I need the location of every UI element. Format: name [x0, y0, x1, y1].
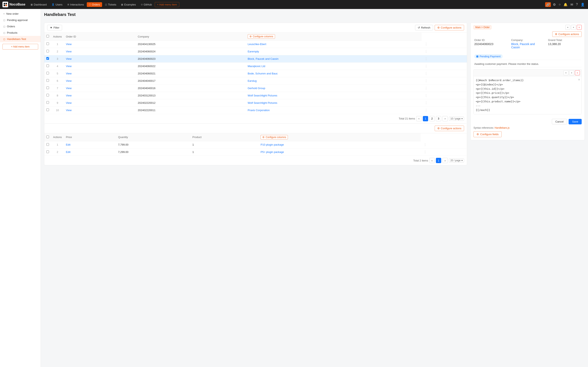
nav-plugin-icon[interactable]: 🔗 [545, 2, 551, 7]
detail-configure-actions-button[interactable]: ⚙ Configure actions [552, 31, 582, 37]
view-link[interactable]: View [66, 50, 72, 53]
hb-add-icon-1[interactable]: + [563, 70, 568, 75]
sidebar-add-menu-button[interactable]: + Add menu item [2, 44, 38, 50]
hb-close-button[interactable]: x [578, 77, 580, 82]
refresh-button[interactable]: ↺ Refresh [415, 25, 433, 30]
prev-page-button[interactable]: ‹ [416, 116, 422, 121]
nav-interactions[interactable]: ⊞ Interactions [65, 2, 86, 7]
sub-drag-handle[interactable]: ⋮ [423, 150, 428, 154]
select-all-checkbox[interactable] [46, 35, 49, 38]
product-link[interactable]: P5+ plugin package [260, 150, 284, 154]
page-3-button[interactable]: 3 [436, 116, 441, 121]
drag-handle[interactable]: ⋮ [424, 86, 429, 90]
nav-orders[interactable]: ☐ Orders [87, 2, 102, 7]
page-1-button[interactable]: 1 [423, 116, 428, 121]
drag-handle[interactable]: ⋮ [424, 57, 429, 60]
detail-menu-icon[interactable]: ≡ [577, 25, 582, 30]
sub-drag-handle[interactable]: ⋮ [423, 143, 428, 146]
nav-user-icon[interactable]: 👤 [580, 2, 586, 7]
company-link[interactable]: Block, Paucek and Cassin [248, 57, 278, 60]
row-checkbox[interactable] [46, 50, 49, 52]
row-checkbox[interactable] [46, 86, 49, 89]
row-checkbox[interactable] [46, 101, 49, 104]
nav-notification-icon[interactable]: 🔔 [563, 2, 568, 7]
view-link[interactable]: View [66, 43, 72, 46]
save-button[interactable]: Save [569, 119, 582, 124]
sidebar-item-orders[interactable]: ◻ Orders [0, 23, 41, 30]
company-link[interactable]: Macejkovic Ltd [248, 65, 265, 68]
nav-users[interactable]: 👤 Users [50, 2, 65, 7]
company-link[interactable]: Wolf Searchlight Pictures [248, 101, 277, 104]
view-link[interactable]: View [66, 94, 72, 97]
sub-configure-columns-button[interactable]: ⚙ Configure columns [260, 135, 288, 140]
sub-next-page-button[interactable]: › [442, 158, 448, 163]
company-link[interactable]: Earempty [248, 50, 259, 53]
row-checkbox[interactable] [46, 72, 49, 75]
company-link[interactable]: Gerhold Group [248, 87, 265, 90]
filter-button[interactable]: ▼ Filter [47, 25, 62, 30]
row-checkbox[interactable] [46, 42, 49, 45]
drag-handle[interactable]: ⋮ [424, 94, 429, 97]
view-link[interactable]: View [66, 87, 72, 90]
view-link[interactable]: View [66, 65, 72, 68]
hb-add-icon-2[interactable]: + [569, 70, 574, 75]
handlebars-editor[interactable]: x {{#each $nRecord.order_items}} <p>{{@i… [474, 76, 581, 114]
row-checkbox[interactable] [46, 64, 49, 67]
nav-add-menu-button[interactable]: + Add menu item [155, 2, 179, 7]
sidebar-item-products[interactable]: ◻ Products [0, 30, 41, 36]
edit-link[interactable]: Edit [66, 143, 70, 146]
drag-handle[interactable]: ⋮ [424, 42, 429, 46]
page-2-button[interactable]: 2 [429, 116, 435, 121]
sub-select-all-checkbox[interactable] [46, 136, 49, 138]
sub-row-checkbox[interactable] [46, 143, 49, 146]
view-link[interactable]: View [66, 109, 72, 112]
sub-page-1-button[interactable]: 1 [436, 158, 441, 163]
detail-add-icon-1[interactable]: + [565, 25, 570, 30]
nav-examples[interactable]: ▦ Examples [119, 2, 138, 7]
nav-tickets[interactable]: ◫ Tickets [103, 2, 118, 7]
nav-github[interactable]: ⊙ GitHub [139, 2, 154, 7]
view-link[interactable]: View [66, 79, 72, 82]
sidebar-item-handlebars-test[interactable]: ◻ Handlebars Test [0, 36, 41, 42]
sub-row-checkbox[interactable] [46, 150, 49, 153]
app-logo[interactable]: NocoBase [2, 2, 25, 7]
company-link[interactable]: Wolf Searchlight Pictures [248, 94, 277, 97]
drag-handle[interactable]: ⋮ [424, 101, 429, 105]
company-link[interactable]: Bode, Schumm and Bauc [248, 72, 278, 75]
drag-handle[interactable]: ⋮ [424, 79, 429, 83]
per-page-select[interactable]: 10 / page ▾ [449, 117, 464, 121]
nav-question-icon[interactable]: ? [575, 2, 579, 7]
row-checkbox[interactable] [46, 94, 49, 96]
next-page-button[interactable]: › [442, 116, 448, 121]
view-link[interactable]: View [66, 57, 72, 60]
product-link[interactable]: P10 plugin package [260, 143, 284, 146]
nav-mail-icon[interactable]: ✉ [570, 2, 574, 7]
company-link[interactable]: Earslug [248, 79, 257, 82]
drag-handle[interactable]: ⋮ [424, 50, 429, 53]
drag-handle[interactable]: ⋮ [424, 72, 429, 75]
nav-settings-icon[interactable]: ⚙ [552, 2, 557, 7]
company-value[interactable]: Block, Paucek and Cassin [511, 42, 544, 49]
cancel-button[interactable]: Cancel [552, 119, 567, 124]
sidebar-item-new-order[interactable]: + New order [0, 11, 41, 17]
edit-link[interactable]: Edit [66, 150, 70, 154]
nav-dashboard[interactable]: ▦ Dashboard [29, 2, 49, 7]
hb-menu-icon[interactable]: ≡ [575, 70, 580, 75]
row-checkbox[interactable] [46, 57, 49, 60]
sub-prev-page-button[interactable]: ‹ [429, 158, 435, 163]
view-link[interactable]: View [66, 72, 72, 75]
configure-columns-button[interactable]: ⚙ Configure columns [248, 34, 275, 39]
sidebar-item-pending-approval[interactable]: ◻ Pending approval [0, 17, 41, 23]
view-link[interactable]: View [66, 101, 72, 104]
drag-handle[interactable]: ⋮ [424, 108, 429, 112]
configure-actions-button[interactable]: ⚙ Configure actions [435, 25, 464, 30]
company-link[interactable]: Praxis Corporation [248, 109, 270, 112]
sub-per-page-select[interactable]: 20 / page ▾ [449, 158, 464, 162]
configure-fields-button[interactable]: ⚙ Configure fields [474, 131, 502, 137]
row-checkbox[interactable] [46, 79, 49, 82]
company-link[interactable]: Leuschke-Ebert [248, 43, 266, 46]
sub-configure-actions-button[interactable]: ⚙ Configure actions [435, 125, 464, 131]
row-checkbox[interactable] [46, 108, 49, 111]
detail-add-icon-2[interactable]: + [571, 25, 576, 30]
handlebars-link[interactable]: Handlebars.js [494, 126, 509, 129]
